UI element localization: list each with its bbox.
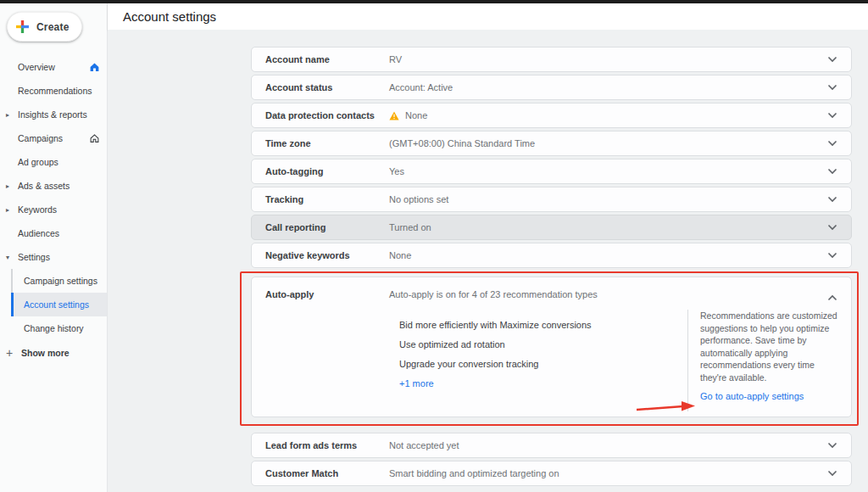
row-value: (GMT+08:00) China Standard Time bbox=[389, 138, 535, 148]
sidebar-item-settings[interactable]: ▾ Settings bbox=[0, 245, 107, 269]
sidebar-item-change-history[interactable]: Change history bbox=[11, 316, 107, 340]
page-header: Account settings bbox=[108, 3, 868, 30]
row-label: Customer Match bbox=[265, 468, 389, 478]
chevron-right-icon: ▸ bbox=[6, 206, 9, 214]
chevron-right-icon: ▸ bbox=[6, 182, 9, 190]
row-label: Call reporting bbox=[265, 222, 389, 232]
chevron-down-icon[interactable] bbox=[827, 196, 837, 203]
row-time-zone[interactable]: Time zone (GMT+08:00) China Standard Tim… bbox=[251, 131, 852, 156]
row-tracking[interactable]: Tracking No options set bbox=[251, 187, 852, 212]
sidebar-item-recommendations[interactable]: Recommendations bbox=[0, 79, 107, 103]
row-label: Negative keywords bbox=[265, 250, 389, 260]
row-label: Account status bbox=[265, 82, 389, 92]
row-value: Account: Active bbox=[389, 82, 453, 92]
row-auto-apply-expanded[interactable]: Auto-apply Auto-apply is on for 4 of 23 … bbox=[251, 277, 852, 417]
google-plus-icon bbox=[16, 20, 29, 33]
row-label: Account name bbox=[265, 54, 389, 64]
row-data-protection-contacts[interactable]: Data protection contacts None bbox=[251, 103, 852, 128]
auto-apply-summary: Auto-apply is on for 4 of 23 recommendat… bbox=[389, 289, 598, 299]
sidebar-item-label: Audiences bbox=[18, 228, 59, 238]
sidebar-item-label: Keywords bbox=[18, 204, 57, 215]
row-label: Lead form ads terms bbox=[265, 440, 389, 450]
settings-rows: Account name RV Account status Account: … bbox=[251, 47, 852, 489]
row-label: Data protection contacts bbox=[265, 110, 389, 120]
sidebar-item-overview[interactable]: Overview bbox=[0, 55, 107, 79]
home-icon bbox=[89, 62, 100, 73]
recommendation-item: Bid more efficiently with Maximize conve… bbox=[399, 320, 592, 339]
row-value: None bbox=[389, 250, 411, 260]
row-value: Smart bidding and optimized targeting on bbox=[389, 468, 559, 478]
sidebar-item-audiences[interactable]: Audiences bbox=[0, 221, 107, 245]
main-content: Account name RV Account status Account: … bbox=[108, 30, 868, 492]
row-value: RV bbox=[389, 54, 402, 64]
chevron-down-icon[interactable] bbox=[827, 470, 837, 477]
sidebar-item-campaigns[interactable]: Campaigns bbox=[0, 126, 107, 150]
page-title: Account settings bbox=[123, 3, 216, 30]
recommendation-item: Use optimized ad rotation bbox=[399, 339, 592, 359]
chevron-up-icon[interactable] bbox=[827, 289, 837, 305]
row-account-status[interactable]: Account status Account: Active bbox=[251, 75, 852, 100]
sidebar-item-label: Overview bbox=[18, 62, 55, 72]
chevron-down-icon[interactable] bbox=[827, 442, 837, 449]
sidebar-item-label: Ads & assets bbox=[18, 181, 70, 191]
sidebar-item-account-settings[interactable]: Account settings bbox=[11, 293, 107, 316]
sidebar-item-label: Insights & reports bbox=[18, 109, 87, 120]
more-link[interactable]: +1 more bbox=[399, 378, 592, 389]
sidebar-subitem-label: Change history bbox=[24, 323, 84, 333]
auto-apply-recommendation-list: Bid more efficiently with Maximize conve… bbox=[399, 320, 592, 389]
chevron-down-icon[interactable] bbox=[827, 84, 837, 91]
row-auto-tagging[interactable]: Auto-tagging Yes bbox=[251, 159, 852, 184]
row-value-text: None bbox=[405, 110, 427, 120]
sidebar-item-label: Campaigns bbox=[18, 133, 63, 143]
sidebar-item-keywords[interactable]: ▸ Keywords bbox=[0, 198, 107, 221]
sidebar-subitem-label: Campaign settings bbox=[24, 276, 97, 286]
sidebar-subitem-label: Account settings bbox=[24, 299, 89, 310]
row-label: Auto-tagging bbox=[265, 166, 389, 176]
row-customer-match[interactable]: Customer Match Smart bidding and optimiz… bbox=[251, 461, 852, 486]
row-value: Turned on bbox=[389, 222, 431, 232]
plus-icon: + bbox=[6, 346, 13, 360]
row-call-reporting[interactable]: Call reporting Turned on bbox=[251, 215, 852, 240]
chevron-down-icon[interactable] bbox=[827, 168, 837, 175]
sidebar-item-label: Ad groups bbox=[18, 157, 58, 167]
row-value: No options set bbox=[389, 194, 448, 204]
row-negative-keywords[interactable]: Negative keywords None bbox=[251, 243, 852, 268]
create-button-label: Create bbox=[36, 21, 70, 33]
chevron-right-icon: ▸ bbox=[6, 111, 9, 119]
chevron-down-icon[interactable] bbox=[827, 140, 837, 147]
sidebar: Create Overview Recommendations ▸ Insigh… bbox=[0, 3, 108, 492]
sidebar-item-campaign-settings[interactable]: Campaign settings bbox=[11, 269, 107, 293]
sidebar-item-label: Recommendations bbox=[18, 86, 92, 96]
row-value: Yes bbox=[389, 166, 404, 176]
home-outline-icon bbox=[89, 133, 100, 144]
chevron-down-icon[interactable] bbox=[827, 224, 837, 231]
chevron-down-icon: ▾ bbox=[6, 254, 9, 261]
warning-icon bbox=[389, 111, 399, 120]
show-more-label: Show more bbox=[21, 348, 70, 358]
recommendation-item: Upgrade your conversion tracking bbox=[399, 359, 592, 378]
row-value: Not accepted yet bbox=[389, 440, 459, 450]
sidebar-item-ad-groups[interactable]: Ad groups bbox=[0, 150, 107, 174]
chevron-down-icon[interactable] bbox=[827, 56, 837, 63]
chevron-down-icon[interactable] bbox=[827, 252, 837, 259]
row-value: None bbox=[389, 110, 427, 120]
sidebar-item-ads-assets[interactable]: ▸ Ads & assets bbox=[0, 174, 107, 198]
sidebar-item-insights-reports[interactable]: ▸ Insights & reports bbox=[0, 103, 107, 126]
chevron-down-icon[interactable] bbox=[827, 112, 837, 119]
row-label: Time zone bbox=[265, 138, 389, 148]
go-to-auto-apply-settings-link[interactable]: Go to auto-apply settings bbox=[700, 391, 804, 401]
row-label: Tracking bbox=[265, 194, 389, 204]
row-account-name[interactable]: Account name RV bbox=[251, 47, 852, 72]
auto-apply-side-panel: Recommendations are customized suggestio… bbox=[687, 310, 850, 411]
create-button[interactable]: Create bbox=[7, 12, 82, 42]
row-lead-form-ads-terms[interactable]: Lead form ads terms Not accepted yet bbox=[251, 433, 852, 458]
sidebar-nav: Overview Recommendations ▸ Insights & re… bbox=[0, 55, 107, 365]
row-label: Auto-apply bbox=[265, 289, 314, 299]
auto-apply-description: Recommendations are customized suggestio… bbox=[700, 310, 843, 383]
sidebar-item-label: Settings bbox=[18, 252, 50, 262]
show-more-button[interactable]: + Show more bbox=[0, 341, 107, 365]
